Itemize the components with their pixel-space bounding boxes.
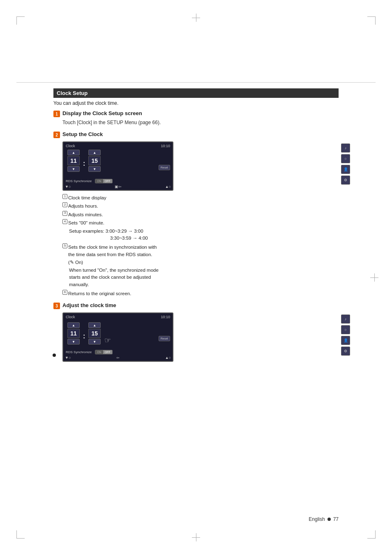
item-1: 1 Clock time display	[62, 194, 339, 201]
screen-icon-circle-2[interactable]: ○	[341, 325, 350, 334]
rds-on-2[interactable]: ON	[95, 350, 103, 354]
minutes-down-arrow-2[interactable]	[88, 339, 101, 345]
reset-button-2[interactable]: Reset	[159, 336, 170, 341]
hours-up-arrow-2[interactable]	[67, 322, 80, 328]
clock-controls-2: 11 : 15	[67, 322, 101, 345]
minutes-spinner[interactable]: 15	[88, 150, 101, 172]
screen-icon-person[interactable]: 👤	[341, 165, 350, 174]
step-2: 2 Setup the Clock Clock 10:10 11 :	[53, 131, 339, 297]
step-1-number: 1	[53, 111, 60, 117]
step-1-header: 1 Display the Clock Setup screen	[53, 110, 339, 117]
subtitle: You can adjust the clock time.	[53, 100, 339, 106]
item-4-detail-2: 3:30~3:59 → 4:00	[110, 235, 339, 242]
clock-screen-2-wrapper: Clock 10:10 11 : 15 ☞	[53, 312, 339, 362]
crop-mark-tr	[367, 16, 376, 25]
step-1-title: Display the Clock Setup screen	[62, 110, 142, 116]
item-4-text: Sets "00" minute.	[68, 219, 339, 227]
minutes-value-2: 15	[88, 329, 101, 338]
language-label: English	[309, 516, 325, 522]
rds-row-2: RDS Synchronize ON OFF	[66, 350, 113, 354]
minutes-up-arrow-2[interactable]	[88, 322, 101, 328]
item-4-detail: Setup examples: 3:00~3:29 → 3:00 3:30~3:…	[69, 228, 339, 242]
main-content: Clock Setup You can adjust the clock tim…	[53, 88, 339, 367]
hours-spinner-2[interactable]: 11	[67, 322, 80, 345]
item-5-text: Sets the clock time in synchronization w…	[68, 243, 339, 266]
item-4-detail-1: Setup examples: 3:00~3:29 → 3:00	[69, 228, 339, 235]
crosshair-right	[370, 273, 378, 282]
page-footer: English 77	[309, 516, 339, 522]
hours-value-2: 11	[67, 329, 80, 338]
screen-icon-settings[interactable]: ⚙	[341, 176, 350, 185]
clock-screen-1-wrapper: Clock 10:10 11 : 15	[53, 141, 339, 191]
colon-separator-2: :	[83, 333, 85, 340]
hours-down-arrow[interactable]	[67, 166, 80, 172]
step-2-number: 2	[53, 132, 60, 138]
clock-screen-2: Clock 10:10 11 : 15 ☞	[62, 312, 173, 362]
item-list-step2: 1 Clock time display 2 Adjusts hours. 3 …	[62, 194, 339, 297]
hours-up-arrow[interactable]	[67, 150, 80, 155]
item-5-num: 5	[62, 243, 67, 248]
page-number: 77	[333, 516, 339, 522]
item-3-text: Adjusts minutes.	[68, 211, 339, 218]
item-5: 5 Sets the clock time in synchronization…	[62, 243, 339, 266]
minutes-value: 15	[88, 156, 101, 165]
rds-on-1[interactable]: ON	[95, 179, 103, 183]
hours-value: 11	[67, 156, 80, 165]
step-3-header: 3 Adjust the clock time	[53, 302, 339, 309]
step-1: 1 Display the Clock Setup screen Touch […	[53, 110, 339, 126]
rds-off-1[interactable]: OFF	[103, 179, 112, 183]
crosshair-bottom	[192, 533, 200, 541]
step-2-title: Setup the Clock	[62, 131, 103, 137]
clock-time-display-2: 10:10	[161, 315, 170, 319]
clock-time-display-1: 10:10	[161, 144, 170, 148]
rds-toggle-2[interactable]: ON OFF	[95, 350, 113, 354]
screen-icon-music[interactable]: ♪	[341, 143, 350, 153]
step-3: 3 Adjust the clock time Clock 10:10 11 :	[53, 302, 339, 362]
item-6-num: 6	[62, 290, 67, 295]
item-6: 6 Returns to the original screen.	[62, 290, 339, 297]
footer-dot	[327, 518, 331, 521]
minutes-spinner-2[interactable]: 15	[88, 322, 101, 345]
hours-down-arrow-2[interactable]	[67, 339, 80, 345]
rds-row-1: RDS Synchronize ON OFF	[66, 179, 113, 183]
screen-icon-music-2[interactable]: ♪	[341, 314, 350, 324]
step-1-body: Touch [Clock] in the SETUP Menu (page 66…	[62, 119, 339, 126]
bottom-home-icon-2[interactable]: ▲○	[165, 356, 171, 360]
crop-mark-bl	[16, 530, 25, 539]
item-1-text: Clock time display	[68, 194, 339, 201]
bottom-return-icon[interactable]: ⇦	[116, 356, 120, 360]
screen-icon-settings-2[interactable]: ⚙	[341, 347, 350, 356]
hours-spinner[interactable]: 11	[67, 150, 80, 172]
bottom-nav-icon[interactable]: ▣⇦	[115, 185, 122, 189]
rds-label-1: RDS Synchronize	[66, 179, 92, 183]
clock-screen-1: Clock 10:10 11 : 15	[62, 141, 173, 191]
minutes-down-arrow[interactable]	[88, 166, 101, 172]
bullet-point	[53, 354, 56, 357]
bottom-back-icon-2[interactable]: ▼○	[65, 356, 71, 360]
item-2-text: Adjusts hours.	[68, 202, 339, 210]
item-5-detail: When turned "On", the synchronized modes…	[69, 267, 339, 288]
crosshair-top	[192, 14, 200, 22]
screen-bottom-row-1: ▼○ ▣⇦ ▲○	[65, 185, 171, 189]
item-2-num: 2	[62, 202, 67, 207]
colon-separator: :	[83, 160, 85, 167]
screen-icon-person-2[interactable]: 👤	[341, 336, 350, 345]
clock-controls-1: 11 : 15	[67, 150, 101, 172]
crop-mark-tl	[16, 16, 25, 25]
item-3: 3 Adjusts minutes.	[62, 211, 339, 218]
item-3-num: 3	[62, 211, 67, 216]
rds-toggle-1[interactable]: ON OFF	[95, 179, 113, 183]
rds-off-2[interactable]: OFF	[103, 350, 112, 354]
reset-button-1[interactable]: Reset	[159, 165, 170, 170]
item-6-text: Returns to the original screen.	[68, 290, 339, 297]
minutes-up-arrow[interactable]	[88, 150, 101, 155]
clock-label-2: Clock	[66, 315, 75, 319]
item-1-num: 1	[62, 194, 67, 199]
top-rule	[16, 82, 376, 83]
touch-hand-icon: ☞	[104, 336, 111, 345]
section-title-bar: Clock Setup	[53, 88, 339, 98]
clock-label-1: Clock	[66, 144, 75, 148]
screen-icon-circle[interactable]: ○	[341, 154, 350, 163]
bottom-home-icon[interactable]: ▲○	[165, 185, 171, 189]
bottom-back-icon[interactable]: ▼○	[65, 185, 71, 189]
